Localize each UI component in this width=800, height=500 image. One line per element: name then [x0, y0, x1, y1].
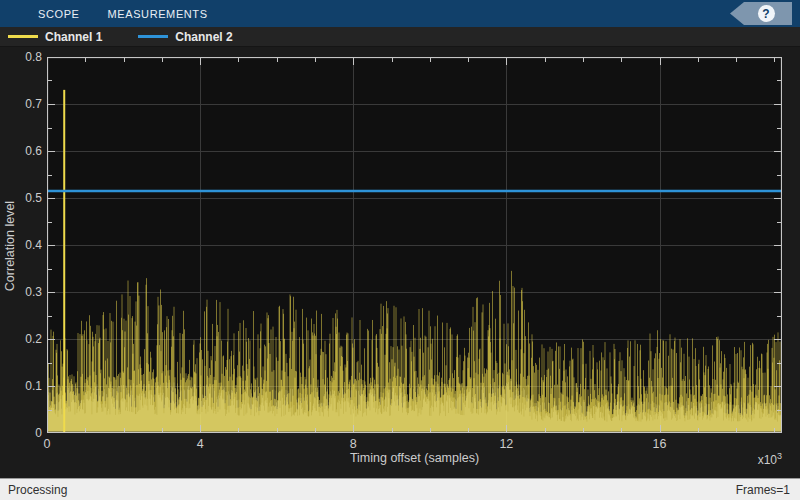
x-tick-label: 16 — [640, 437, 680, 451]
y-axis-label: Correlation level — [3, 176, 17, 316]
x-axis-multiplier: x103 — [642, 451, 782, 467]
scope-window: SCOPE MEASUREMENTS ? Channel 1 Channel 2… — [0, 0, 800, 500]
y-tick-label: 0.1 — [8, 379, 42, 393]
channel-1-label: Channel 1 — [45, 30, 102, 44]
x-tick-label: 12 — [486, 437, 526, 451]
x-tick-label: 8 — [333, 437, 373, 451]
status-message: Processing — [8, 483, 67, 497]
help-button[interactable]: ? — [730, 2, 792, 25]
tab-measurements[interactable]: MEASUREMENTS — [94, 0, 222, 27]
channel-2-label: Channel 2 — [175, 30, 232, 44]
x-tick-label: 0 — [27, 437, 67, 451]
x-tick-label: 4 — [180, 437, 220, 451]
channel-1-line-sample — [8, 35, 38, 38]
y-tick-label: 0.2 — [8, 332, 42, 346]
y-tick-label: 0.8 — [8, 50, 42, 64]
y-tick-label: 0.6 — [8, 144, 42, 158]
tab-scope[interactable]: SCOPE — [24, 0, 94, 27]
help-icon: ? — [758, 5, 775, 22]
frames-counter: Frames=1 — [736, 483, 790, 497]
status-bar: Processing Frames=1 — [0, 478, 800, 500]
toolstrip: SCOPE MEASUREMENTS ? — [0, 0, 800, 27]
plot-canvas[interactable] — [47, 57, 782, 433]
legend-item-channel-1[interactable]: Channel 1 — [8, 30, 102, 44]
figure-area: 00.10.20.30.40.50.60.70.80481216 Correla… — [0, 47, 800, 478]
legend-bar: Channel 1 Channel 2 — [0, 27, 800, 47]
legend-item-channel-2[interactable]: Channel 2 — [138, 30, 232, 44]
channel-2-line-sample — [138, 35, 168, 38]
y-tick-label: 0.7 — [8, 97, 42, 111]
